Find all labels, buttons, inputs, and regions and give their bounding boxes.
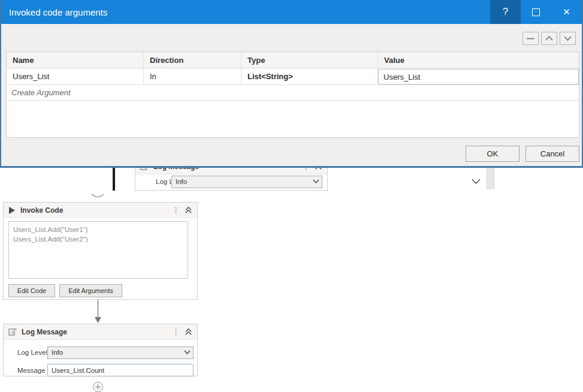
note-pencil-icon: [8, 328, 17, 336]
flow-arrow-connector: [93, 300, 103, 324]
message-input[interactable]: [47, 364, 194, 376]
log-level-dropdown[interactable]: Info: [171, 176, 322, 188]
log-level-value: Info: [176, 178, 187, 185]
code-preview-box[interactable]: Users_List.Add("User1")Users_List.Add("U…: [8, 221, 188, 279]
invoke-code-activity[interactable]: Invoke Code ⋮ Users_List.Add("User1")Use…: [3, 202, 198, 300]
chevron-down-icon: [564, 36, 572, 41]
message-label: Message: [17, 367, 46, 374]
column-header-name: Name: [7, 52, 144, 68]
ok-button[interactable]: OK: [466, 146, 519, 162]
argument-value-cell: [378, 68, 579, 85]
add-activity-button[interactable]: [93, 382, 103, 392]
create-argument-row[interactable]: Create Argument: [7, 85, 579, 101]
code-line: Users_List.Add("User1"): [13, 225, 183, 234]
column-header-value: Value: [378, 52, 579, 68]
invoke-code-header[interactable]: Invoke Code ⋮: [4, 203, 197, 218]
play-icon: [8, 206, 16, 215]
maximize-icon: [532, 8, 540, 16]
collapse-double-chevron-icon[interactable]: [185, 206, 192, 214]
kebab-menu-icon[interactable]: ⋮: [172, 206, 180, 214]
argument-direction-cell[interactable]: In: [144, 68, 241, 85]
edit-arguments-button[interactable]: Edit Arguments: [59, 284, 122, 297]
invoked-code-arguments-dialog: Invoked code arguments ? ✕ Name Directio…: [0, 0, 583, 168]
log-message-header[interactable]: Log Message ⋮: [4, 324, 197, 340]
cancel-button[interactable]: Cancel: [525, 146, 579, 162]
help-button[interactable]: ?: [490, 0, 521, 24]
expand-chevron-icon[interactable]: [471, 178, 481, 185]
table-header-row: Name Direction Type Value: [7, 52, 579, 68]
chevron-down-icon: [184, 350, 191, 355]
edit-code-button[interactable]: Edit Code: [8, 284, 55, 297]
chevron-up-icon: [545, 36, 553, 41]
app-window: Log Message ⋮ Log Level Info: [0, 0, 583, 392]
arguments-table: Name Direction Type Value Users_List In …: [6, 52, 579, 138]
scrollbar[interactable]: [487, 168, 494, 189]
chevron-down-icon: [313, 179, 319, 184]
argument-value-input[interactable]: [378, 69, 579, 85]
close-button[interactable]: ✕: [551, 0, 582, 24]
move-up-button[interactable]: [541, 32, 557, 45]
remove-argument-button[interactable]: [522, 32, 539, 45]
maximize-button[interactable]: [521, 0, 551, 24]
column-header-direction: Direction: [144, 52, 241, 68]
sequence-collapse-chevron-icon[interactable]: [90, 193, 105, 200]
kebab-menu-icon[interactable]: ⋮: [172, 328, 180, 336]
table-row[interactable]: Users_List In List<String>: [7, 68, 579, 85]
argument-type-cell[interactable]: List<String>: [241, 68, 378, 85]
log-message-activity[interactable]: Log Message ⋮ Log Level Info Message: [3, 324, 198, 376]
minus-icon: [527, 38, 534, 40]
code-line: Users_List.Add("User2"): [13, 234, 183, 244]
argument-name-cell[interactable]: Users_List: [7, 68, 144, 85]
column-header-type: Type: [241, 52, 378, 68]
move-down-button[interactable]: [560, 32, 576, 45]
log-level-value: Info: [52, 349, 63, 356]
activity-title: Log Message: [22, 328, 67, 336]
sequence-connector-line: [113, 168, 115, 191]
log-level-dropdown[interactable]: Info: [47, 346, 194, 359]
dialog-titlebar[interactable]: Invoked code arguments ? ✕: [1, 0, 582, 24]
dialog-title: Invoked code arguments: [1, 7, 490, 17]
log-level-label: Log Level: [17, 349, 47, 356]
activity-title: Invoke Code: [20, 206, 63, 215]
collapse-double-chevron-icon[interactable]: [185, 328, 192, 336]
